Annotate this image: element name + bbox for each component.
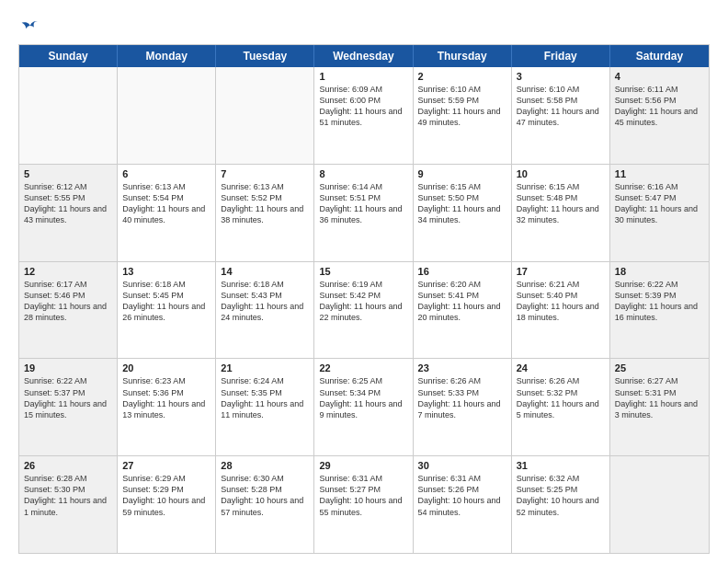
- day-number: 26: [24, 460, 112, 471]
- weekday-header-sunday: Sunday: [19, 45, 118, 67]
- calendar-day-9: 9Sunrise: 6:15 AM Sunset: 5:50 PM Daylig…: [414, 165, 512, 261]
- day-number: 29: [319, 460, 407, 471]
- day-info: Sunrise: 6:23 AM Sunset: 5:36 PM Dayligh…: [122, 375, 210, 420]
- day-number: 18: [615, 266, 704, 277]
- calendar-week-5: 26Sunrise: 6:28 AM Sunset: 5:30 PM Dayli…: [19, 456, 709, 553]
- day-number: 30: [418, 460, 506, 471]
- day-info: Sunrise: 6:27 AM Sunset: 5:31 PM Dayligh…: [615, 375, 704, 420]
- day-info: Sunrise: 6:29 AM Sunset: 5:29 PM Dayligh…: [122, 473, 210, 518]
- calendar-empty-cell: [216, 67, 314, 164]
- calendar-empty-cell: [19, 67, 118, 164]
- calendar-day-7: 7Sunrise: 6:13 AM Sunset: 5:52 PM Daylig…: [216, 165, 314, 261]
- day-info: Sunrise: 6:14 AM Sunset: 5:51 PM Dayligh…: [319, 181, 407, 226]
- day-number: 8: [319, 168, 407, 179]
- calendar-day-10: 10Sunrise: 6:15 AM Sunset: 5:48 PM Dayli…: [512, 165, 610, 261]
- calendar-day-27: 27Sunrise: 6:29 AM Sunset: 5:29 PM Dayli…: [118, 456, 216, 553]
- calendar-day-22: 22Sunrise: 6:25 AM Sunset: 5:34 PM Dayli…: [314, 359, 413, 455]
- calendar-day-17: 17Sunrise: 6:21 AM Sunset: 5:40 PM Dayli…: [512, 262, 610, 359]
- day-info: Sunrise: 6:12 AM Sunset: 5:55 PM Dayligh…: [24, 181, 112, 226]
- day-info: Sunrise: 6:21 AM Sunset: 5:40 PM Dayligh…: [517, 279, 605, 324]
- calendar-body: 1Sunrise: 6:09 AM Sunset: 6:00 PM Daylig…: [19, 67, 709, 553]
- day-number: 19: [24, 362, 112, 373]
- calendar-week-2: 5Sunrise: 6:12 AM Sunset: 5:55 PM Daylig…: [19, 165, 709, 262]
- calendar-day-2: 2Sunrise: 6:10 AM Sunset: 5:59 PM Daylig…: [414, 67, 512, 164]
- day-info: Sunrise: 6:30 AM Sunset: 5:28 PM Dayligh…: [221, 473, 309, 518]
- calendar-day-8: 8Sunrise: 6:14 AM Sunset: 5:51 PM Daylig…: [314, 165, 413, 261]
- day-info: Sunrise: 6:10 AM Sunset: 5:58 PM Dayligh…: [517, 84, 605, 129]
- weekday-header-wednesday: Wednesday: [314, 45, 413, 67]
- day-info: Sunrise: 6:15 AM Sunset: 5:48 PM Dayligh…: [517, 181, 605, 226]
- calendar-day-4: 4Sunrise: 6:11 AM Sunset: 5:56 PM Daylig…: [610, 67, 709, 164]
- day-info: Sunrise: 6:13 AM Sunset: 5:54 PM Dayligh…: [122, 181, 210, 226]
- day-info: Sunrise: 6:19 AM Sunset: 5:42 PM Dayligh…: [319, 279, 407, 324]
- calendar-day-24: 24Sunrise: 6:26 AM Sunset: 5:32 PM Dayli…: [512, 359, 610, 455]
- calendar-day-26: 26Sunrise: 6:28 AM Sunset: 5:30 PM Dayli…: [19, 456, 118, 553]
- day-info: Sunrise: 6:24 AM Sunset: 5:35 PM Dayligh…: [221, 375, 309, 420]
- day-number: 17: [517, 266, 605, 277]
- day-info: Sunrise: 6:15 AM Sunset: 5:50 PM Dayligh…: [418, 181, 506, 226]
- calendar-week-3: 12Sunrise: 6:17 AM Sunset: 5:46 PM Dayli…: [19, 262, 709, 360]
- calendar-week-1: 1Sunrise: 6:09 AM Sunset: 6:00 PM Daylig…: [19, 67, 709, 165]
- calendar-day-14: 14Sunrise: 6:18 AM Sunset: 5:43 PM Dayli…: [216, 262, 314, 359]
- day-number: 28: [221, 460, 309, 471]
- calendar-header: SundayMondayTuesdayWednesdayThursdayFrid…: [19, 45, 709, 67]
- day-number: 21: [221, 362, 309, 373]
- day-number: 22: [319, 362, 407, 373]
- weekday-header-friday: Friday: [512, 45, 610, 67]
- day-number: 27: [122, 460, 210, 471]
- weekday-header-thursday: Thursday: [414, 45, 512, 67]
- day-number: 2: [418, 71, 506, 82]
- day-info: Sunrise: 6:25 AM Sunset: 5:34 PM Dayligh…: [319, 375, 407, 420]
- calendar-day-21: 21Sunrise: 6:24 AM Sunset: 5:35 PM Dayli…: [216, 359, 314, 455]
- day-number: 13: [122, 266, 210, 277]
- calendar-day-6: 6Sunrise: 6:13 AM Sunset: 5:54 PM Daylig…: [118, 165, 216, 261]
- logo: [18, 17, 39, 35]
- day-number: 5: [24, 168, 112, 179]
- calendar-day-3: 3Sunrise: 6:10 AM Sunset: 5:58 PM Daylig…: [512, 67, 610, 164]
- day-number: 9: [418, 168, 506, 179]
- day-info: Sunrise: 6:18 AM Sunset: 5:45 PM Dayligh…: [122, 279, 210, 324]
- day-number: 14: [221, 266, 309, 277]
- calendar-day-23: 23Sunrise: 6:26 AM Sunset: 5:33 PM Dayli…: [414, 359, 512, 455]
- logo-bird-icon: [20, 17, 39, 35]
- day-info: Sunrise: 6:26 AM Sunset: 5:32 PM Dayligh…: [517, 375, 605, 420]
- calendar-day-12: 12Sunrise: 6:17 AM Sunset: 5:46 PM Dayli…: [19, 262, 118, 359]
- weekday-header-tuesday: Tuesday: [216, 45, 314, 67]
- day-number: 15: [319, 266, 407, 277]
- day-number: 23: [418, 362, 506, 373]
- day-info: Sunrise: 6:18 AM Sunset: 5:43 PM Dayligh…: [221, 279, 309, 324]
- calendar-day-28: 28Sunrise: 6:30 AM Sunset: 5:28 PM Dayli…: [216, 456, 314, 553]
- calendar-day-11: 11Sunrise: 6:16 AM Sunset: 5:47 PM Dayli…: [610, 165, 709, 261]
- calendar-day-29: 29Sunrise: 6:31 AM Sunset: 5:27 PM Dayli…: [314, 456, 413, 553]
- day-info: Sunrise: 6:20 AM Sunset: 5:41 PM Dayligh…: [418, 279, 506, 324]
- day-info: Sunrise: 6:28 AM Sunset: 5:30 PM Dayligh…: [24, 473, 112, 518]
- calendar-day-19: 19Sunrise: 6:22 AM Sunset: 5:37 PM Dayli…: [19, 359, 118, 455]
- calendar-day-5: 5Sunrise: 6:12 AM Sunset: 5:55 PM Daylig…: [19, 165, 118, 261]
- day-number: 24: [517, 362, 605, 373]
- day-info: Sunrise: 6:31 AM Sunset: 5:26 PM Dayligh…: [418, 473, 506, 518]
- day-number: 1: [319, 71, 407, 82]
- day-info: Sunrise: 6:22 AM Sunset: 5:39 PM Dayligh…: [615, 279, 704, 324]
- day-info: Sunrise: 6:32 AM Sunset: 5:25 PM Dayligh…: [517, 473, 605, 518]
- day-number: 6: [122, 168, 210, 179]
- calendar-empty-cell: [610, 456, 709, 553]
- day-number: 4: [615, 71, 704, 82]
- day-info: Sunrise: 6:09 AM Sunset: 6:00 PM Dayligh…: [319, 84, 407, 129]
- day-number: 31: [517, 460, 605, 471]
- calendar-week-4: 19Sunrise: 6:22 AM Sunset: 5:37 PM Dayli…: [19, 359, 709, 456]
- day-number: 20: [122, 362, 210, 373]
- day-info: Sunrise: 6:26 AM Sunset: 5:33 PM Dayligh…: [418, 375, 506, 420]
- header: [18, 17, 710, 35]
- day-number: 7: [221, 168, 309, 179]
- day-number: 3: [517, 71, 605, 82]
- day-info: Sunrise: 6:31 AM Sunset: 5:27 PM Dayligh…: [319, 473, 407, 518]
- calendar-day-30: 30Sunrise: 6:31 AM Sunset: 5:26 PM Dayli…: [414, 456, 512, 553]
- day-number: 16: [418, 266, 506, 277]
- calendar: SundayMondayTuesdayWednesdayThursdayFrid…: [18, 44, 710, 554]
- calendar-day-13: 13Sunrise: 6:18 AM Sunset: 5:45 PM Dayli…: [118, 262, 216, 359]
- day-number: 10: [517, 168, 605, 179]
- day-number: 12: [24, 266, 112, 277]
- calendar-day-15: 15Sunrise: 6:19 AM Sunset: 5:42 PM Dayli…: [314, 262, 413, 359]
- calendar-day-31: 31Sunrise: 6:32 AM Sunset: 5:25 PM Dayli…: [512, 456, 610, 553]
- day-info: Sunrise: 6:10 AM Sunset: 5:59 PM Dayligh…: [418, 84, 506, 129]
